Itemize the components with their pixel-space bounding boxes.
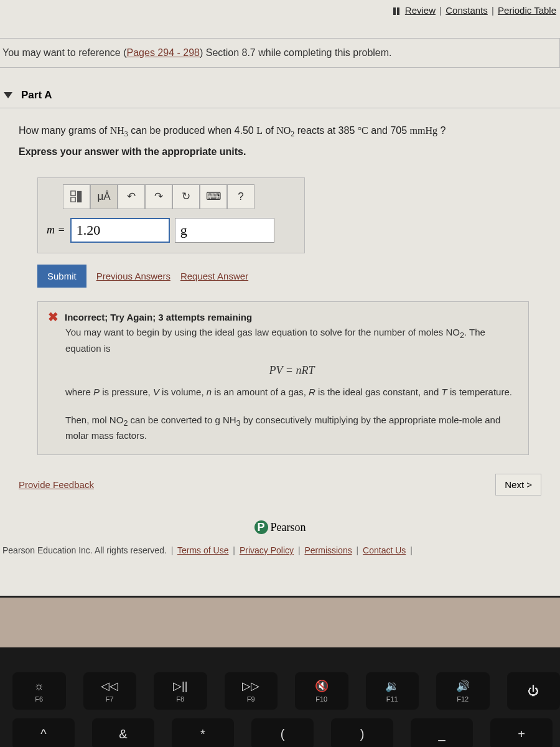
key-f8: ▷||F8 [154, 672, 207, 710]
previous-answers-link[interactable]: Previous Answers [96, 271, 170, 281]
ideal-gas-equation: PV = nRT [65, 362, 518, 379]
help-button[interactable]: ? [227, 184, 254, 209]
question-text: How many grams of NH3 can be produced wh… [0, 108, 560, 166]
terms-link[interactable]: Terms of Use [177, 545, 228, 555]
key-f11: 🔉F11 [366, 672, 419, 710]
templates-button[interactable] [63, 184, 90, 209]
key-char: _ [411, 718, 473, 747]
top-nav: Review | Constants | Periodic Table [0, 0, 560, 19]
key-f9: ▷▷F9 [225, 672, 278, 710]
reference-hint: You may want to reference (Pages 294 - 2… [0, 38, 560, 68]
contact-link[interactable]: Contact Us [363, 545, 406, 555]
review-link[interactable]: Review [405, 5, 436, 16]
svg-rect-1 [77, 191, 82, 202]
key-f12: 🔊F12 [436, 672, 490, 710]
variable-label: m = [47, 223, 65, 237]
feedback-panel: ✖ Incorrect; Try Again; 3 attempts remai… [37, 301, 529, 455]
redo-button[interactable]: ↷ [145, 184, 172, 209]
request-answer-link[interactable]: Request Answer [180, 271, 248, 281]
key-f10: 🔇F10 [295, 672, 348, 710]
chevron-down-icon [4, 92, 12, 98]
value-input[interactable] [70, 218, 170, 243]
key-char: * [172, 718, 234, 747]
svg-rect-2 [71, 197, 75, 202]
incorrect-icon: ✖ [48, 311, 58, 323]
unit-input[interactable] [175, 218, 274, 243]
answer-panel: μÅ ↶ ↷ ↻ ⌨ ? m = [37, 177, 305, 253]
feedback-title: Incorrect; Try Again; 3 attempts remaini… [65, 311, 252, 325]
key-char: + [490, 718, 553, 747]
key-f7: ◁◁F7 [83, 672, 137, 710]
part-title: Part A [21, 89, 52, 101]
copyright-text: Pearson Education Inc. All rights reserv… [2, 545, 167, 555]
next-button[interactable]: Next > [495, 474, 541, 496]
key-char: ( [251, 718, 314, 747]
key-char: ) [331, 718, 393, 747]
constants-link[interactable]: Constants [446, 5, 488, 16]
footer: Pearson Education Inc. All rights reserv… [0, 545, 560, 555]
svg-rect-0 [71, 191, 75, 195]
answer-instruction: Express your answer with the appropriate… [19, 143, 548, 160]
undo-button[interactable]: ↶ [118, 184, 145, 209]
units-button[interactable]: μÅ [90, 184, 118, 209]
provide-feedback-link[interactable]: Provide Feedback [19, 479, 94, 490]
part-header[interactable]: Part A [0, 80, 560, 108]
submit-button[interactable]: Submit [37, 265, 86, 288]
pause-icon [393, 7, 401, 15]
pearson-p-icon: P [254, 520, 268, 534]
periodic-table-link[interactable]: Periodic Table [498, 5, 556, 16]
privacy-link[interactable]: Privacy Policy [240, 545, 294, 555]
equation-toolbar: μÅ ↶ ↷ ↻ ⌨ ? [63, 184, 298, 209]
keyboard-button[interactable]: ⌨ [200, 184, 227, 209]
physical-keyboard: ☼F6◁◁F7▷||F8▷▷F9🔇F10🔉F11🔊F12⏻ ^&*()_+ [0, 647, 560, 747]
key-power: ⏻ [507, 672, 561, 710]
key-char: ^ [12, 718, 75, 747]
pages-link[interactable]: Pages 294 - 298 [127, 47, 200, 58]
pearson-logo: PPearson [0, 520, 560, 534]
reset-button[interactable]: ↻ [172, 184, 200, 209]
key-f6: ☼F6 [12, 672, 66, 710]
key-char: & [92, 718, 154, 747]
permissions-link[interactable]: Permissions [304, 545, 352, 555]
